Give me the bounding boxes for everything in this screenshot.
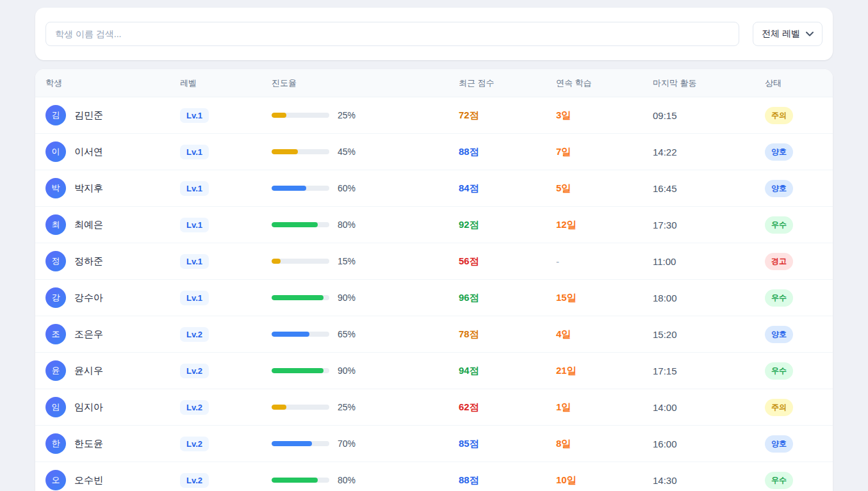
last-activity-cell: 09:15 (653, 110, 765, 121)
progress-cell: 60% (272, 183, 459, 193)
progress-fill (272, 332, 309, 337)
student-row[interactable]: 한 한도윤 Lv.2 70% 85점 8일 16:00 양호 (35, 426, 833, 462)
level-cell: Lv.1 (180, 145, 272, 159)
progress-label: 80% (338, 220, 356, 230)
student-cell: 임 임지아 (45, 397, 180, 417)
student-name: 최예은 (74, 219, 103, 231)
status-cell: 양호 (765, 143, 823, 161)
student-name: 한도윤 (74, 438, 103, 450)
status-badge: 경고 (765, 253, 793, 270)
score-cell: 72점 (459, 109, 556, 122)
student-row[interactable]: 정 정하준 Lv.1 15% 56점 - 11:00 경고 (35, 243, 833, 280)
student-name: 강수아 (74, 292, 103, 304)
level-badge: Lv.2 (180, 327, 209, 342)
progress-fill (272, 186, 306, 191)
column-header: 학생 (45, 77, 180, 89)
student-name: 정하준 (74, 255, 103, 268)
progress-label: 90% (338, 366, 356, 376)
level-cell: Lv.2 (180, 364, 272, 378)
progress-fill (272, 368, 323, 373)
student-dashboard: 전체 레벨 학생레벨진도율최근 점수연속 학습마지막 활동상태 김 김민준 Lv… (0, 0, 868, 491)
student-row[interactable]: 윤 윤시우 Lv.2 90% 94점 21일 17:15 우수 (35, 353, 833, 389)
progress-fill (272, 113, 286, 118)
avatar: 조 (45, 324, 66, 344)
avatar: 임 (45, 397, 66, 417)
progress-bar (272, 368, 329, 373)
progress-fill (272, 441, 312, 446)
progress-bar (272, 186, 329, 191)
streak-cell: 8일 (556, 438, 653, 450)
table-body: 김 김민준 Lv.1 25% 72점 3일 09:15 주의 이 이서연 Lv.… (35, 97, 833, 491)
last-activity-cell: 17:15 (653, 366, 765, 376)
progress-fill (272, 222, 318, 227)
student-cell: 강 강수아 (45, 287, 180, 308)
student-row[interactable]: 김 김민준 Lv.1 25% 72점 3일 09:15 주의 (35, 97, 833, 134)
score-cell: 88점 (459, 146, 556, 158)
student-cell: 김 김민준 (45, 105, 180, 125)
last-activity-cell: 11:00 (653, 256, 765, 267)
progress-cell: 45% (272, 147, 459, 157)
score-cell: 84점 (459, 182, 556, 195)
student-cell: 박 박지후 (45, 178, 180, 198)
level-cell: Lv.1 (180, 254, 272, 269)
progress-label: 70% (338, 439, 356, 449)
level-filter-dropdown[interactable]: 전체 레벨 (753, 22, 823, 46)
score-cell: 78점 (459, 328, 556, 341)
streak-cell: 10일 (556, 474, 653, 487)
level-badge: Lv.1 (180, 145, 209, 159)
score-cell: 85점 (459, 438, 556, 450)
student-row[interactable]: 최 최예은 Lv.1 80% 92점 12일 17:30 우수 (35, 207, 833, 243)
status-cell: 우수 (765, 289, 823, 307)
score-cell: 62점 (459, 401, 556, 414)
student-name: 이서연 (74, 146, 103, 158)
last-activity-cell: 18:00 (653, 293, 765, 303)
progress-label: 90% (338, 293, 356, 303)
student-name: 임지아 (74, 401, 103, 414)
filter-toolbar: 전체 레벨 (35, 8, 833, 60)
avatar: 박 (45, 178, 66, 198)
student-cell: 오 오수빈 (45, 470, 180, 490)
level-cell: Lv.1 (180, 108, 272, 123)
level-cell: Lv.1 (180, 218, 272, 232)
student-row[interactable]: 조 조은우 Lv.2 65% 78점 4일 15:20 양호 (35, 316, 833, 353)
search-input[interactable] (45, 22, 739, 46)
student-row[interactable]: 박 박지후 Lv.1 60% 84점 5일 16:45 양호 (35, 170, 833, 207)
student-row[interactable]: 임 임지아 Lv.2 25% 62점 1일 14:00 주의 (35, 389, 833, 426)
progress-cell: 70% (272, 439, 459, 449)
status-badge: 주의 (765, 107, 793, 124)
progress-bar (272, 113, 329, 118)
status-cell: 경고 (765, 253, 823, 270)
student-name: 윤시우 (74, 365, 103, 377)
status-cell: 주의 (765, 107, 823, 124)
score-cell: 92점 (459, 219, 556, 231)
avatar: 이 (45, 141, 66, 162)
column-header: 진도율 (272, 77, 459, 89)
status-cell: 우수 (765, 362, 823, 380)
status-cell: 양호 (765, 435, 823, 453)
status-badge: 양호 (765, 143, 793, 161)
progress-label: 45% (338, 147, 356, 157)
last-activity-cell: 14:30 (653, 475, 765, 486)
last-activity-cell: 17:30 (653, 220, 765, 230)
progress-bar (272, 149, 329, 154)
avatar: 윤 (45, 360, 66, 381)
progress-fill (272, 149, 298, 154)
level-badge: Lv.1 (180, 108, 209, 123)
student-row[interactable]: 이 이서연 Lv.1 45% 88점 7일 14:22 양호 (35, 134, 833, 170)
level-badge: Lv.1 (180, 181, 209, 196)
last-activity-cell: 14:22 (653, 147, 765, 157)
student-row[interactable]: 강 강수아 Lv.1 90% 96점 15일 18:00 우수 (35, 280, 833, 316)
streak-cell: 7일 (556, 146, 653, 158)
progress-bar (272, 295, 329, 300)
avatar: 최 (45, 214, 66, 235)
progress-label: 15% (338, 256, 356, 266)
score-cell: 96점 (459, 292, 556, 304)
column-header: 연속 학습 (556, 77, 653, 89)
score-cell: 56점 (459, 255, 556, 268)
level-cell: Lv.1 (180, 291, 272, 305)
last-activity-cell: 16:00 (653, 439, 765, 449)
status-cell: 우수 (765, 216, 823, 234)
student-cell: 정 정하준 (45, 251, 180, 271)
student-row[interactable]: 오 오수빈 Lv.2 80% 88점 10일 14:30 우수 (35, 462, 833, 491)
level-cell: Lv.2 (180, 400, 272, 415)
